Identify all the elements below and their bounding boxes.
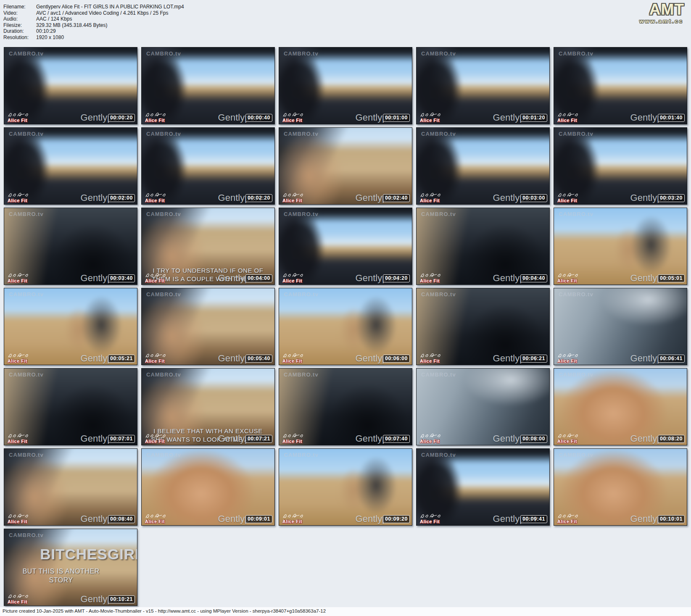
timestamp-badge: 00:01:00	[383, 114, 410, 122]
signature-script-icon	[420, 353, 442, 358]
timestamp-badge-value: 00:08:20	[660, 436, 683, 442]
signature-label: Alice Fit	[557, 519, 579, 524]
meta-label: Filesize:	[3, 22, 36, 29]
signature-label: Alice Fit	[145, 439, 167, 444]
timestamp-badge: 00:09:20	[383, 515, 410, 523]
video-thumbnail: CAMBRO.tv Alice Fit Gentlyperv 00:02:40	[279, 127, 412, 205]
timestamp-badge: 00:00:40	[245, 114, 272, 122]
timestamp-badge: 00:09:01	[245, 515, 272, 523]
meta-value-audio: AAC / 124 Kbps	[36, 16, 72, 22]
video-thumbnail: CAMBRO.tv I BELIEVE THAT WITH AN EXCUSE …	[141, 368, 275, 445]
timestamp-badge-value: 00:05:21	[110, 355, 133, 361]
signature-label: Alice Fit	[145, 118, 167, 123]
meta-label: Duration:	[3, 28, 36, 34]
cambro-watermark: CAMBRO.tv	[9, 452, 44, 458]
timestamp-badge-value: 00:03:00	[522, 195, 545, 201]
cambro-watermark: CAMBRO.tv	[559, 211, 593, 217]
signature: Alice Fit	[8, 513, 29, 524]
signature-script-icon	[282, 433, 304, 439]
cambro-watermark: CAMBRO.tv	[421, 452, 456, 458]
signature-script-icon	[145, 112, 167, 118]
signature-label: Alice Fit	[420, 359, 442, 363]
timestamp-badge-value: 00:08:00	[522, 436, 545, 442]
timestamp-badge-value: 00:03:20	[660, 195, 683, 201]
video-thumbnail: CAMBRO.tv Alice Fit Gentlyperv 00:08:40	[4, 448, 137, 526]
signature-script-icon	[420, 192, 442, 198]
signature: Alice Fit	[145, 272, 167, 283]
timestamp-badge-value: 00:02:00	[110, 195, 133, 201]
timestamp-badge: 00:00:20	[108, 114, 135, 122]
signature-script-icon	[8, 433, 29, 439]
signature-script-icon	[282, 272, 304, 278]
timestamp-badge-value: 00:06:00	[385, 355, 408, 361]
timestamp-badge-value: 00:04:40	[522, 275, 545, 281]
signature-script-icon	[557, 192, 579, 198]
timestamp-badge: 00:01:20	[520, 114, 547, 122]
cambro-watermark: CAMBRO.tv	[146, 50, 181, 57]
signature-script-icon	[420, 112, 442, 118]
timestamp-badge: 00:05:01	[658, 274, 685, 282]
timestamp-badge-value: 00:07:40	[385, 436, 408, 442]
signature-label: Alice Fit	[8, 519, 29, 524]
signature: Alice Fit	[145, 192, 167, 203]
cambro-watermark: CAMBRO.tv	[9, 50, 44, 57]
meta-value-resolution: 1920 x 1080	[36, 34, 64, 41]
signature-script-icon	[8, 192, 29, 198]
meta-row-audio: Audio: AAC / 124 Kbps	[3, 16, 691, 22]
signature: Alice Fit	[420, 513, 442, 524]
timestamp-badge: 00:02:20	[245, 194, 272, 202]
signature-label: Alice Fit	[557, 118, 579, 123]
signature: Alice Fit	[8, 192, 29, 203]
video-thumbnail: CAMBRO.tv Alice Fit Gentlyperv 00:03:40	[4, 208, 137, 285]
video-thumbnail: CAMBRO.tv Alice Fit Gentlyperv 00:05:21	[4, 288, 137, 365]
video-thumbnail: CAMBRO.tv Alice Fit Gentlyperv 00:07:40	[279, 368, 412, 445]
video-thumbnail: CAMBRO.tv Alice Fit Gentlyperv 00:05:40	[141, 288, 275, 365]
signature-label: Alice Fit	[557, 279, 579, 283]
timestamp-badge-value: 00:00:40	[248, 115, 270, 121]
timestamp-badge: 00:06:21	[520, 355, 547, 363]
video-thumbnail: CAMBRO.tv Alice Fit Gentlyperv 00:07:01	[4, 368, 137, 445]
cambro-watermark: CAMBRO.tv	[284, 452, 319, 458]
cambro-watermark: CAMBRO.tv	[559, 452, 593, 458]
cambro-watermark: CAMBRO.tv	[421, 50, 456, 57]
cambro-watermark: CAMBRO.tv	[284, 371, 319, 378]
video-thumbnail: CAMBRO.tv Alice Fit Gentlyperv 00:09:01	[141, 448, 275, 526]
signature: Alice Fit	[145, 353, 167, 363]
cambro-watermark: CAMBRO.tv	[146, 291, 181, 297]
signature: Alice Fit	[145, 433, 167, 444]
cambro-watermark: CAMBRO.tv	[9, 291, 44, 297]
signature-script-icon	[8, 513, 29, 519]
signature: Alice Fit	[282, 112, 304, 123]
signature: Alice Fit	[420, 433, 442, 444]
signature-label: Alice Fit	[8, 359, 29, 363]
timestamp-badge: 00:02:00	[108, 194, 135, 202]
signature-script-icon	[8, 112, 29, 118]
signature-label: Alice Fit	[8, 118, 29, 123]
timestamp-badge: 00:07:21	[245, 435, 272, 443]
signature: Alice Fit	[557, 112, 579, 123]
timestamp-badge-value: 00:00:20	[110, 115, 133, 121]
signature-label: Alice Fit	[282, 359, 304, 363]
cambro-watermark: CAMBRO.tv	[146, 131, 181, 137]
timestamp-badge-value: 00:09:20	[385, 516, 408, 522]
signature-label: Alice Fit	[8, 600, 29, 604]
timestamp-badge: 00:09:41	[520, 515, 547, 523]
timestamp-badge: 00:10:21	[108, 595, 135, 603]
signature-script-icon	[557, 353, 579, 358]
thumbnail-grid: CAMBRO.tv Alice Fit Gentlyperv 00:00:20 …	[4, 47, 687, 606]
video-thumbnail: CAMBRO.tv Alice Fit Gentlyperv 00:09:20	[279, 448, 412, 526]
video-thumbnail: CAMBRO.tv Alice Fit Gentlyperv 00:00:20	[4, 47, 137, 124]
signature-script-icon	[557, 433, 579, 439]
video-thumbnail: CAMBRO.tv Alice Fit Gentlyperv 00:06:21	[416, 288, 550, 365]
timestamp-badge: 00:05:40	[245, 355, 272, 363]
timestamp-badge-value: 00:02:40	[385, 195, 408, 201]
timestamp-badge: 00:04:40	[520, 274, 547, 282]
timestamp-badge: 00:06:00	[383, 355, 410, 363]
video-thumbnail: CAMBRO.tv Alice Fit Gentlyperv 00:06:41	[554, 288, 687, 365]
video-thumbnail: CAMBRO.tv Alice Fit Gentlyperv 00:01:40	[554, 47, 687, 124]
signature: Alice Fit	[557, 192, 579, 203]
timestamp-badge-value: 00:06:41	[660, 355, 683, 361]
signature-label: Alice Fit	[145, 359, 167, 363]
video-thumbnail: CAMBRO.tv Alice Fit Gentlyperv 00:04:20	[279, 208, 412, 285]
metadata-header: Filename: Gentlyperv Alice Fit - FIT GIR…	[0, 0, 691, 47]
